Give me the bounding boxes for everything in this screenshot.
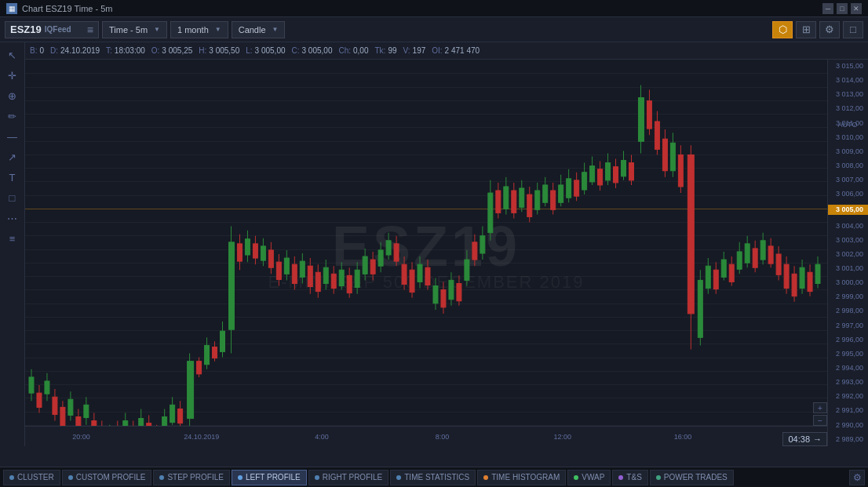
window-controls: ─ □ ✕	[822, 3, 862, 14]
layout-button[interactable]: □	[843, 21, 863, 38]
vwap-button[interactable]: VWAP	[567, 470, 611, 485]
more-tools-icon[interactable]: ⋯	[3, 209, 22, 227]
settings-button[interactable]: ⚙	[819, 21, 840, 38]
svg-rect-119	[496, 191, 501, 213]
line-tool-icon[interactable]: —	[3, 127, 22, 146]
feed-name: IQFeed	[45, 25, 71, 34]
svg-rect-137	[567, 179, 571, 198]
cursor-tool-icon[interactable]: ↖	[3, 45, 22, 64]
chart-area[interactable]: ESZ19 E-MINI S&P 500 DECEMBER 2019 .cand…	[25, 60, 827, 446]
text-tool-icon[interactable]: T	[3, 168, 22, 187]
svg-rect-57	[253, 244, 257, 258]
stat-c: C: 3 005,00	[292, 46, 333, 55]
custom-profile-label: CUSTOM PROFILE	[76, 473, 146, 482]
cluster-dot	[9, 475, 14, 480]
svg-rect-95	[402, 264, 407, 284]
svg-rect-113	[472, 242, 477, 260]
time-histogram-label: TIME HISTOGRAM	[491, 473, 560, 482]
zoom-out-button[interactable]: −	[813, 415, 827, 426]
step-profile-button[interactable]: STEP PROFILE	[153, 470, 230, 485]
price-label: 2 996,00	[828, 336, 868, 343]
svg-rect-161	[662, 139, 667, 170]
maximize-button[interactable]: □	[837, 3, 848, 14]
left-profile-button[interactable]: LEFT PROFILE	[232, 470, 307, 485]
main-toolbar: ESZ19 IQFeed ≡ Time - 5m ▼ 1 month ▼ Can…	[0, 17, 868, 42]
price-label: 3 010,00	[828, 134, 868, 141]
symbol-menu-icon[interactable]: ≡	[87, 24, 93, 36]
right-profile-button[interactable]: RIGHT PROFILE	[308, 470, 389, 485]
svg-rect-179	[737, 252, 742, 269]
price-label: 3 004,00	[828, 223, 868, 230]
price-label: 3 003,00	[828, 237, 868, 244]
window-title: Chart ESZ19 Time - 5m	[22, 4, 113, 13]
svg-rect-171	[706, 266, 710, 288]
time-label-3: 4:00	[315, 433, 329, 441]
svg-rect-63	[276, 262, 281, 279]
draw-tool-icon[interactable]: ✏	[3, 107, 22, 125]
svg-rect-51	[228, 242, 234, 329]
price-label: 3 008,00	[828, 162, 868, 169]
svg-rect-81	[347, 275, 352, 293]
custom-profile-button[interactable]: CUSTOM PROFILE	[62, 470, 152, 485]
timeframe-label: Time - 5m	[109, 25, 148, 35]
price-label: 3 002,00	[828, 251, 868, 258]
svg-rect-49	[221, 331, 225, 351]
market-depth-button[interactable]: ⬡	[772, 21, 793, 38]
right-profile-dot	[315, 475, 319, 480]
svg-rect-3	[37, 393, 42, 407]
trend-tool-icon[interactable]: ↗	[3, 147, 22, 166]
period-dropdown[interactable]: 1 month ▼	[170, 21, 228, 38]
symbol-selector[interactable]: ESZ19 IQFeed ≡	[5, 21, 99, 38]
trading-button[interactable]: ⊞	[796, 21, 816, 38]
power-trades-dot	[656, 475, 661, 480]
stats-bar: B: 0 D: 24.10.2019 T: 18:03:00 O: 3 005,…	[25, 42, 868, 60]
svg-rect-67	[292, 264, 297, 283]
timeframe-dropdown[interactable]: Time - 5m ▼	[102, 21, 167, 38]
svg-rect-165	[678, 154, 683, 186]
time-statistics-button[interactable]: TIME STATISTICS	[390, 470, 476, 485]
price-label: 2 994,00	[828, 365, 868, 372]
power-trades-button[interactable]: POWER TRADES	[650, 470, 734, 485]
cluster-button[interactable]: CLUSTER	[3, 470, 60, 485]
timeframe-arrow-icon: ▼	[154, 26, 160, 33]
time-histogram-button[interactable]: TIME HISTOGRAM	[477, 470, 566, 485]
title-bar: ▦ Chart ESZ19 Time - 5m ─ □ ✕	[0, 0, 868, 17]
svg-rect-47	[213, 347, 217, 358]
svg-rect-143	[590, 166, 595, 182]
bottom-settings-button[interactable]: ⚙	[849, 470, 865, 485]
svg-rect-11	[68, 399, 73, 415]
candlestick-chart: .candle-up { fill: #2a8a3a; stroke: #2a8…	[25, 60, 827, 446]
ts-button[interactable]: T&S	[612, 470, 647, 485]
svg-rect-115	[480, 236, 485, 253]
price-label: 3 006,00	[828, 191, 868, 198]
svg-rect-9	[60, 407, 65, 426]
vwap-dot	[574, 475, 578, 480]
minimize-button[interactable]: ─	[822, 3, 833, 14]
svg-rect-163	[670, 143, 675, 170]
svg-rect-69	[300, 261, 305, 277]
rect-tool-icon[interactable]: □	[3, 188, 22, 207]
svg-rect-73	[315, 272, 320, 291]
price-label: 3 001,00	[828, 265, 868, 272]
period-label: 1 month	[177, 25, 209, 35]
svg-rect-169	[698, 280, 702, 337]
svg-rect-79	[339, 270, 344, 285]
crosshair-tool-icon[interactable]: ✛	[3, 66, 22, 85]
zoom-in-button[interactable]: +	[813, 402, 827, 413]
zoom-tool-icon[interactable]: ⊕	[3, 86, 22, 105]
svg-rect-193	[792, 274, 797, 296]
svg-rect-15	[84, 405, 89, 417]
charttype-dropdown[interactable]: Candle ▼	[232, 21, 286, 38]
svg-rect-199	[815, 264, 820, 283]
close-button[interactable]: ✕	[851, 3, 862, 14]
svg-rect-1	[29, 377, 34, 393]
svg-rect-175	[721, 260, 726, 277]
settings-tool-icon[interactable]: ≡	[3, 229, 22, 248]
svg-rect-139	[574, 180, 579, 196]
svg-rect-97	[410, 270, 414, 292]
svg-rect-167	[687, 154, 694, 313]
svg-rect-77	[331, 274, 336, 288]
svg-rect-61	[268, 250, 273, 267]
svg-rect-157	[647, 101, 651, 129]
time-label-5: 12:00	[553, 433, 571, 441]
